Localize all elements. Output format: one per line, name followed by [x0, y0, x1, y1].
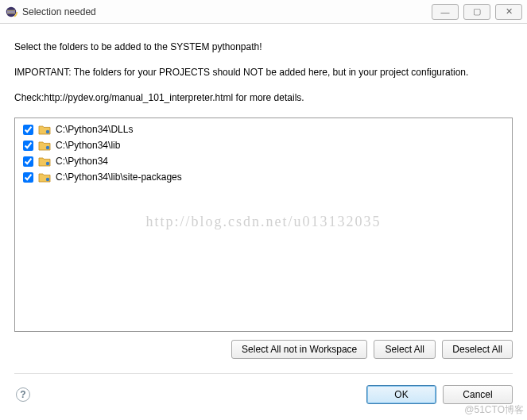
folder-checkbox[interactable] [23, 156, 33, 167]
svg-point-1 [46, 130, 49, 133]
list-item[interactable]: C:\Python34\lib\site-packages [20, 169, 507, 185]
selection-button-row: Select All not in Workspace Select All D… [14, 340, 513, 359]
deselect-all-button[interactable]: Deselect All [442, 340, 513, 359]
minimize-button[interactable]: — [432, 4, 459, 20]
list-item[interactable]: C:\Python34\lib [20, 137, 507, 153]
dialog-footer: ? OK Cancel [14, 373, 513, 404]
folders-listbox[interactable]: C:\Python34\DLLs C:\Python34\lib C:\Pyth… [14, 118, 513, 332]
watermark-text: http://blog.csdn.net/u013132035 [15, 214, 512, 230]
list-item[interactable]: C:\Python34\DLLs [20, 121, 507, 137]
folder-checkbox[interactable] [23, 141, 33, 151]
select-all-not-in-workspace-button[interactable]: Select All not in Workspace [231, 340, 367, 359]
folder-icon [38, 156, 51, 167]
folder-path: C:\Python34 [56, 156, 108, 167]
folder-path: C:\Python34\lib [56, 140, 120, 151]
folder-path: C:\Python34\DLLs [56, 124, 133, 135]
select-all-button[interactable]: Select All [374, 340, 436, 359]
instruction-line-1: Select the folders to be added to the SY… [14, 41, 513, 52]
corner-watermark: @51CTO博客 [464, 403, 524, 417]
svg-point-4 [46, 178, 49, 181]
window-title: Selection needed [22, 6, 96, 17]
folder-path: C:\Python34\lib\site-packages [56, 171, 182, 183]
eclipse-icon [5, 6, 17, 18]
folder-icon [38, 140, 51, 151]
instruction-line-2: IMPORTANT: The folders for your PROJECTS… [14, 67, 513, 78]
cancel-button[interactable]: Cancel [443, 385, 513, 404]
titlebar: Selection needed — ▢ ✕ [0, 0, 527, 24]
maximize-button[interactable]: ▢ [463, 4, 490, 20]
folder-checkbox[interactable] [23, 172, 33, 183]
ok-button[interactable]: OK [366, 385, 436, 404]
help-icon[interactable]: ? [16, 387, 30, 402]
list-item[interactable]: C:\Python34 [20, 153, 507, 169]
folder-checkbox[interactable] [23, 125, 33, 135]
dialog-content: Select the folders to be added to the SY… [0, 24, 527, 410]
action-button-row: OK Cancel [366, 385, 513, 404]
folder-icon [38, 124, 51, 135]
close-button[interactable]: ✕ [495, 4, 522, 20]
folder-icon [38, 171, 51, 183]
instruction-line-3: Check:http://pydev.org/manual_101_interp… [14, 92, 513, 103]
svg-point-2 [46, 146, 49, 149]
svg-point-3 [46, 162, 49, 165]
